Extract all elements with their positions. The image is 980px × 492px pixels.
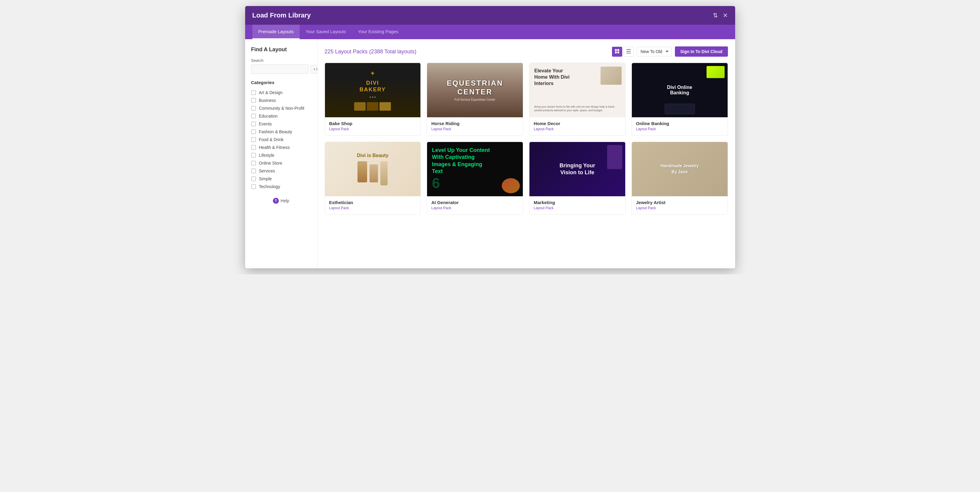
layout-card-bake-shop[interactable]: ✦ DIVIBAKERY ● ● ● Bake Shop Layout Pack: [325, 63, 421, 136]
category-item-education[interactable]: Education: [251, 112, 311, 120]
homedecor-img: [601, 67, 622, 85]
esth-title: Divi is Beauty: [357, 153, 388, 158]
modal-container: Load From Library ⇅ ✕ Premade Layouts Yo…: [245, 6, 735, 268]
category-checkbox-education[interactable]: [251, 113, 256, 118]
card-name-home-decor: Home Decor: [534, 121, 621, 126]
layout-card-home-decor[interactable]: Elevate YourHome With DiviInteriors Brin…: [529, 63, 625, 136]
category-label-health: Health & Fitness: [259, 145, 290, 150]
sidebar: Find A Layout Search + Filter Categories…: [245, 39, 317, 268]
card-name-marketing: Marketing: [534, 200, 621, 205]
category-label-fashion: Fashion & Beauty: [259, 129, 293, 134]
layout-card-horse-riding[interactable]: EQUESTRIANCENTER Full Service Equestrian…: [427, 63, 523, 136]
card-thumbnail-marketing: Bringing YourVision to Life: [530, 142, 625, 196]
category-checkbox-services[interactable]: [251, 169, 256, 173]
card-type-online-banking: Layout Pack: [636, 127, 724, 131]
category-checkbox-technology[interactable]: [251, 184, 256, 189]
category-checkbox-events[interactable]: [251, 121, 256, 126]
card-name-jewelry-artist: Jewelry Artist: [636, 200, 724, 205]
layout-card-marketing[interactable]: Bringing YourVision to Life Marketing La…: [529, 142, 625, 215]
card-name-esthetician: Esthetician: [329, 200, 417, 205]
category-item-technology[interactable]: Technology: [251, 183, 311, 190]
ai-num: 6: [432, 175, 440, 192]
category-item-community[interactable]: Community & Non-Profit: [251, 104, 311, 112]
category-item-food[interactable]: Food & Drink: [251, 136, 311, 144]
card-thumbnail-jewelry-artist: Handmade JewelryBy Jane: [632, 142, 728, 196]
main-content: 225 Layout Packs (2388 Total layouts) Ne…: [317, 39, 735, 268]
sign-in-button[interactable]: Sign In To Divi Cloud: [675, 46, 728, 57]
card-thumbnail-ai-generator: Level Up Your ContentWith CaptivatingIma…: [427, 142, 523, 196]
find-layout-title: Find A Layout: [251, 46, 311, 53]
jwl-title: Handmade JewelryBy Jane: [660, 163, 699, 175]
filter-button[interactable]: + Filter: [310, 65, 317, 73]
modal-body: Find A Layout Search + Filter Categories…: [245, 39, 735, 268]
category-checkbox-health[interactable]: [251, 145, 256, 150]
category-checkbox-art[interactable]: [251, 90, 256, 95]
tab-existing-pages[interactable]: Your Existing Pages: [352, 25, 404, 39]
bake-imgs: [354, 102, 391, 111]
card-info-ai-generator: AI Generator Layout Pack: [427, 196, 523, 214]
svg-rect-3: [617, 51, 619, 53]
help-label: Help: [281, 198, 290, 203]
category-item-lifestyle[interactable]: Lifestyle: [251, 151, 311, 159]
card-thumbnail-esthetician: Divi is Beauty: [325, 142, 421, 196]
category-checkbox-community[interactable]: [251, 106, 256, 111]
layout-card-esthetician[interactable]: Divi is Beauty Esthetician Layout Pack: [325, 142, 421, 215]
layout-card-jewelry-artist[interactable]: Handmade JewelryBy Jane Jewelry Artist L…: [632, 142, 728, 215]
bake-subtitle: ● ● ●: [369, 96, 376, 99]
category-item-art[interactable]: Art & Design: [251, 89, 311, 96]
tab-premade-layouts[interactable]: Premade Layouts: [252, 25, 300, 39]
horse-title: EQUESTRIANCENTER: [447, 79, 503, 96]
card-thumbnail-bake-shop: ✦ DIVIBAKERY ● ● ●: [325, 63, 421, 117]
card-thumbnail-home-decor: Elevate YourHome With DiviInteriors Brin…: [530, 63, 625, 117]
grid-view-button[interactable]: [612, 47, 622, 57]
help-section[interactable]: ? Help: [251, 198, 311, 204]
card-info-marketing: Marketing Layout Pack: [530, 196, 625, 214]
close-button[interactable]: ✕: [723, 12, 728, 19]
card-name-online-banking: Online Banking: [636, 121, 724, 126]
header-actions: ⇅ ✕: [713, 12, 728, 19]
ai-text: Level Up Your ContentWith CaptivatingIma…: [432, 147, 490, 175]
svg-rect-0: [615, 49, 617, 51]
category-item-health[interactable]: Health & Fitness: [251, 144, 311, 151]
card-name-ai-generator: AI Generator: [431, 200, 519, 205]
svg-rect-5: [627, 51, 631, 51]
bake-title: DIVIBAKERY: [360, 80, 386, 93]
category-label-education: Education: [259, 113, 278, 118]
category-checkbox-lifestyle[interactable]: [251, 153, 256, 158]
card-name-horse-riding: Horse Riding: [431, 121, 519, 126]
layouts-grid: ✦ DIVIBAKERY ● ● ● Bake Shop Layout Pack…: [325, 63, 728, 215]
sort-icon-button[interactable]: ⇅: [713, 12, 718, 19]
layout-card-ai-generator[interactable]: Level Up Your ContentWith CaptivatingIma…: [427, 142, 523, 215]
banking-title: Divi OnlineBanking: [667, 85, 692, 96]
banking-accent: [706, 66, 725, 78]
content-header: 225 Layout Packs (2388 Total layouts) Ne…: [325, 46, 728, 57]
category-checkbox-fashion[interactable]: [251, 129, 256, 134]
svg-rect-1: [617, 49, 619, 51]
sort-select[interactable]: New To OldOld To NewA to ZZ to A: [637, 47, 672, 56]
tab-saved-layouts[interactable]: Your Saved Layouts: [300, 25, 352, 39]
list-view-button[interactable]: [624, 47, 634, 57]
search-input[interactable]: [251, 64, 309, 74]
category-checkbox-business[interactable]: [251, 98, 256, 103]
view-toggle: [612, 47, 634, 57]
category-checkbox-simple[interactable]: [251, 176, 256, 181]
header-controls: New To OldOld To NewA to ZZ to A Sign In…: [612, 46, 728, 57]
category-checkbox-food[interactable]: [251, 137, 256, 142]
layout-card-online-banking[interactable]: Divi OnlineBanking Online Banking Layout…: [632, 63, 728, 136]
category-item-business[interactable]: Business: [251, 96, 311, 104]
modal-tabs: Premade Layouts Your Saved Layouts Your …: [245, 25, 735, 39]
horse-sub: Full Service Equestrian Center: [447, 98, 503, 101]
category-item-services[interactable]: Services: [251, 167, 311, 175]
category-checkbox-store[interactable]: [251, 161, 256, 166]
category-label-food: Food & Drink: [259, 137, 284, 142]
category-item-events[interactable]: Events: [251, 120, 311, 128]
banking-card: [665, 104, 695, 114]
card-info-bake-shop: Bake Shop Layout Pack: [325, 117, 421, 135]
category-label-store: Online Store: [259, 161, 283, 166]
category-item-store[interactable]: Online Store: [251, 159, 311, 167]
category-item-fashion[interactable]: Fashion & Beauty: [251, 128, 311, 136]
categories-title: Categories: [251, 80, 311, 85]
category-label-services: Services: [259, 169, 275, 173]
homedecor-desc: Bring your dream home to life with one-o…: [534, 105, 620, 112]
category-item-simple[interactable]: Simple: [251, 175, 311, 183]
